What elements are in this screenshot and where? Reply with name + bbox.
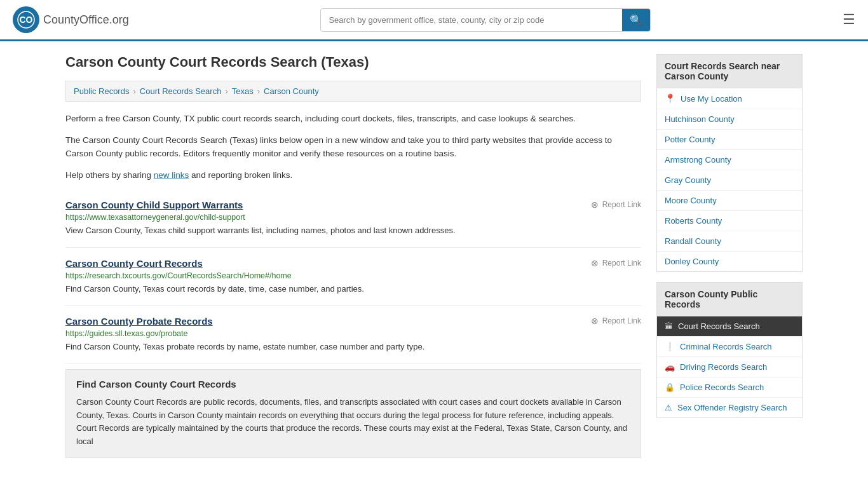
breadcrumb-carson-county[interactable]: Carson County: [264, 86, 319, 96]
logo-icon: CO: [13, 6, 39, 33]
public-records-item-3: 🔒 Police Records Search: [657, 377, 802, 398]
svg-text:CO: CO: [20, 15, 33, 25]
county-item-2: Armstrong County: [657, 150, 802, 170]
report-link-2[interactable]: ⊗ Report Link: [591, 316, 641, 326]
county-item-3: Gray County: [657, 170, 802, 191]
public-records-link-3[interactable]: 🔒 Police Records Search: [657, 377, 802, 397]
menu-button[interactable]: ☰: [843, 11, 855, 28]
logo[interactable]: CO CountyOffice.org: [13, 6, 129, 33]
county-item-4: Moore County: [657, 191, 802, 211]
main-container: Carson County Court Records Search (Texa…: [53, 41, 815, 471]
breadcrumb-court-records-search[interactable]: Court Records Search: [140, 86, 222, 96]
county-name-5: Roberts County: [665, 216, 722, 226]
resource-desc-0: View Carson County, Texas child support …: [65, 224, 641, 237]
search-input[interactable]: [321, 10, 622, 30]
report-link-0[interactable]: ⊗ Report Link: [591, 200, 641, 210]
resource-header-2: Carson County Probate Records ⊗ Report L…: [65, 316, 641, 327]
breadcrumb-sep-2: ›: [225, 86, 227, 96]
resource-desc-1: Find Carson County, Texas court records …: [65, 283, 641, 295]
public-records-link-2[interactable]: 🚗 Driving Records Search: [657, 357, 802, 377]
county-link-0[interactable]: Hutchinson County: [657, 109, 802, 129]
county-name-2: Armstrong County: [665, 155, 731, 165]
sidebar-icon-3: 🔒: [665, 383, 675, 392]
public-records-item-4: ⚠ Sex Offender Registry Search: [657, 398, 802, 417]
resource-title-0[interactable]: Carson County Child Support Warrants: [65, 200, 243, 210]
find-section-title: Find Carson County Court Records: [76, 379, 630, 390]
public-records-section: Carson County Public Records 🏛 Court Rec…: [656, 282, 803, 418]
resource-card-2: Carson County Probate Records ⊗ Report L…: [65, 306, 641, 364]
county-item-6: Randall County: [657, 231, 802, 252]
breadcrumb-texas[interactable]: Texas: [232, 86, 254, 96]
resource-card-1: Carson County Court Records ⊗ Report Lin…: [65, 248, 641, 306]
report-icon-2: ⊗: [591, 316, 599, 326]
report-link-1[interactable]: ⊗ Report Link: [591, 258, 641, 268]
county-item-0: Hutchinson County: [657, 109, 802, 130]
county-link-3[interactable]: Gray County: [657, 170, 802, 190]
intro-p3-suffix: and reporting broken links.: [189, 170, 292, 180]
report-label-0: Report Link: [602, 200, 641, 209]
resource-url-1: https://research.txcourts.gov/CourtRecor…: [65, 271, 641, 280]
county-name-7: Donley County: [665, 257, 719, 266]
county-item-5: Roberts County: [657, 211, 802, 231]
page-title: Carson County Court Records Search (Texa…: [65, 54, 641, 71]
county-item-7: Donley County: [657, 252, 802, 271]
resource-title-1[interactable]: Carson County Court Records: [65, 258, 203, 269]
public-records-link-0[interactable]: 🏛 Court Records Search: [657, 316, 802, 336]
breadcrumb: Public Records › Court Records Search › …: [65, 81, 641, 102]
public-records-label-1: Criminal Records Search: [680, 342, 772, 351]
public-records-item-0: 🏛 Court Records Search: [657, 316, 802, 337]
global-search-bar: 🔍: [320, 8, 651, 32]
search-button[interactable]: 🔍: [622, 9, 650, 31]
public-records-label-4: Sex Offender Registry Search: [677, 403, 787, 412]
public-records-link-1[interactable]: ❕ Criminal Records Search: [657, 337, 802, 356]
resource-card-0: Carson County Child Support Warrants ⊗ R…: [65, 189, 641, 248]
county-link-2[interactable]: Armstrong County: [657, 150, 802, 170]
use-my-location-item: 📍 Use My Location: [657, 88, 802, 109]
header-right: ☰: [843, 11, 855, 28]
find-section-text: Carson County Court Records are public r…: [76, 396, 630, 449]
public-records-label-3: Police Records Search: [680, 383, 764, 392]
nearby-section-title: Court Records Search near Carson County: [656, 54, 803, 88]
find-section: Find Carson County Court Records Carson …: [65, 369, 641, 458]
resource-desc-2: Find Carson County, Texas probate record…: [65, 341, 641, 353]
county-link-1[interactable]: Potter County: [657, 130, 802, 149]
county-link-4[interactable]: Moore County: [657, 191, 802, 210]
use-my-location-link[interactable]: 📍 Use My Location: [657, 88, 802, 109]
resource-url-2: https://guides.sll.texas.gov/probate: [65, 329, 641, 338]
public-records-label-2: Driving Records Search: [680, 362, 767, 372]
public-records-item-2: 🚗 Driving Records Search: [657, 357, 802, 377]
county-name-1: Potter County: [665, 135, 715, 144]
site-header: CO CountyOffice.org 🔍 ☰: [0, 0, 868, 41]
sidebar-icon-2: 🚗: [665, 362, 675, 372]
sidebar-icon-4: ⚠: [665, 403, 672, 412]
location-pin-icon: 📍: [665, 93, 675, 104]
breadcrumb-sep-3: ›: [257, 86, 260, 96]
public-records-list: 🏛 Court Records Search ❕ Criminal Record…: [656, 316, 803, 418]
resource-header-0: Carson County Child Support Warrants ⊗ R…: [65, 200, 641, 210]
breadcrumb-public-records[interactable]: Public Records: [74, 86, 129, 96]
intro-paragraph-3: Help others by sharing new links and rep…: [65, 168, 641, 182]
breadcrumb-sep-1: ›: [133, 86, 135, 96]
resource-title-2[interactable]: Carson County Probate Records: [65, 316, 213, 327]
nearby-section: Court Records Search near Carson County …: [656, 54, 803, 272]
public-records-label-0: Court Records Search: [678, 322, 760, 331]
county-item-1: Potter County: [657, 130, 802, 150]
new-links-link[interactable]: new links: [154, 170, 189, 180]
public-records-link-4[interactable]: ⚠ Sex Offender Registry Search: [657, 398, 802, 417]
report-label-2: Report Link: [602, 316, 641, 325]
public-records-section-title: Carson County Public Records: [656, 282, 803, 316]
county-name-3: Gray County: [665, 175, 711, 185]
sidebar: Court Records Search near Carson County …: [656, 54, 803, 458]
county-name-4: Moore County: [665, 196, 717, 205]
intro-paragraph-1: Perform a free Carson County, TX public …: [65, 112, 641, 126]
nearby-counties-list: 📍 Use My Location Hutchinson County Pott…: [656, 88, 803, 272]
use-my-location-label: Use My Location: [681, 94, 742, 104]
resource-header-1: Carson County Court Records ⊗ Report Lin…: [65, 258, 641, 269]
county-link-6[interactable]: Randall County: [657, 231, 802, 251]
county-link-5[interactable]: Roberts County: [657, 211, 802, 231]
county-name-0: Hutchinson County: [665, 114, 735, 124]
county-link-7[interactable]: Donley County: [657, 252, 802, 271]
logo-wordmark: CountyOffice.org: [43, 13, 129, 27]
main-content: Carson County Court Records Search (Texa…: [65, 54, 641, 458]
intro-p3-prefix: Help others by sharing: [65, 170, 154, 180]
